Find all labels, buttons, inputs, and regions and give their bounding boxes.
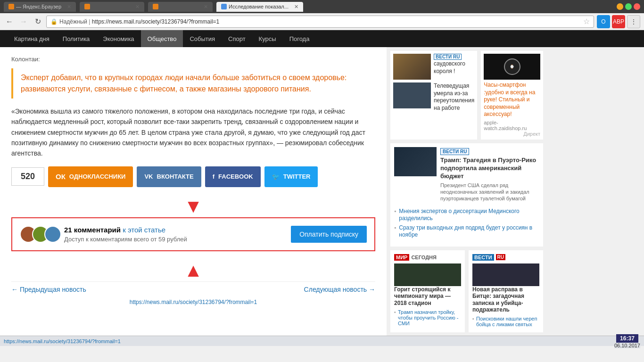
toolbar-icons: O ABP ⋮ — [597, 15, 640, 28]
comment-link[interactable]: к этой статье — [123, 226, 165, 234]
sidebar-ads-top: ВЕСТИ RU саудовского короля ! Телеведуща… — [390, 51, 543, 140]
sidebar-main-news: ВЕСТИ RU Трамп: Трагедия в Пуэрто-Рико п… — [390, 143, 543, 247]
col-img-stadium — [394, 263, 461, 286]
pagination: ← Предыдущая новость Следующая новость → — [11, 281, 375, 297]
address-box[interactable]: 🔒 Надёжный | https://news.mail.ru/societ… — [46, 16, 594, 28]
arrow-up-container: ▲ — [11, 259, 375, 281]
pay-subscription-button[interactable]: Оплатить подписку — [291, 226, 367, 243]
browser-tab-4[interactable]: Исследование показал... ✕ — [216, 2, 303, 12]
ok-share-button[interactable]: ОК ОДНОКЛАССНИКИ — [48, 166, 133, 187]
sidebar-grid: МИР СЕГОДНЯ Горит строящийся к чемпионат… — [390, 250, 543, 333]
vk-share-button[interactable]: VK ВКОНТАКТЕ — [137, 166, 201, 187]
col-header-vesti: ВЕСТИ RU — [472, 254, 539, 261]
browser-tab-3[interactable]: ✕ — [148, 2, 213, 12]
more-icon[interactable]: ⋮ — [627, 15, 640, 28]
forward-button[interactable]: → — [18, 16, 29, 27]
extensions-icon[interactable]: O — [597, 15, 610, 28]
title-bar: — Яндекс.Браузер ✕ ✕ ✕ Исследование пока… — [0, 0, 644, 13]
col-link-skull[interactable]: Поисковики нашли череп бойца с ликами св… — [472, 316, 539, 327]
close-button[interactable] — [634, 3, 640, 10]
col-header-mir: МИР СЕГОДНЯ — [394, 254, 461, 261]
tab-label-4: Исследование показал... — [229, 4, 289, 9]
lock-icon: 🔒 — [50, 18, 58, 25]
browser-tab-2[interactable]: ✕ — [80, 2, 144, 12]
menu-icon[interactable]: ABP — [612, 15, 625, 28]
comment-count: 21 комментарий — [64, 226, 121, 234]
vk-icon: VK — [144, 173, 153, 180]
tab-close-1[interactable]: ✕ — [67, 4, 71, 10]
tw-label: TWITTER — [283, 173, 311, 180]
news-img-trump — [394, 147, 437, 176]
sidebar-ad-watch: ⌚ Часы-смартфон :удобно и всегда на руке… — [481, 51, 543, 140]
watch-image: ⌚ — [484, 54, 540, 80]
fb-label: FACEBOOK — [218, 173, 253, 180]
minimize-button[interactable] — [617, 3, 623, 10]
col-link-trump-russia[interactable]: Трамп назначил тройку, чтобы проучить Ро… — [394, 309, 461, 326]
fb-icon: f — [213, 173, 215, 180]
status-bar: https://news.mail.ru/society/31236794/?f… — [0, 336, 644, 346]
news-desc-trump: Президент США сделал ряд неоднозначных з… — [440, 182, 539, 202]
col-item-bitza: Новая расправа в Битце: загадочная запис… — [472, 263, 539, 313]
url-bar-bottom: https://news.mail.ru/society/31236794/?f… — [11, 297, 375, 307]
news-link-2[interactable]: Сразу три выходных дня подряд будет у ро… — [394, 224, 539, 239]
tab-favicon-1 — [8, 4, 14, 9]
ru-badge: RU — [496, 254, 505, 260]
ad-source-vesti: ВЕСТИ RU — [434, 54, 474, 59]
news-item-trump: ВЕСТИ RU Трамп: Трагедия в Пуэрто-Рико п… — [394, 147, 539, 202]
avatar-3 — [44, 226, 61, 243]
watch-circle: ⌚ — [504, 58, 520, 75]
address-url: https://news.mail.ru/society/31236794/?f… — [92, 18, 219, 25]
ad-text-saudi: ВЕСТИ RU саудовского короля ! — [434, 54, 474, 75]
browser-tab-1[interactable]: — Яндекс.Браузер ✕ — [4, 2, 76, 12]
col-title-stadium: Горит строящийся к чемпионату мира — 201… — [394, 286, 461, 306]
nav-item-obshchestvo[interactable]: Общество — [141, 30, 183, 47]
avatar-stack — [20, 226, 57, 243]
ad-image-tv — [393, 82, 431, 108]
article-heading-cut: Колонтаи: — [11, 55, 375, 65]
today-label: СЕГОДНЯ — [411, 255, 436, 260]
fb-share-button[interactable]: f FACEBOOK — [205, 166, 261, 187]
tab-close-2[interactable]: ✕ — [135, 4, 140, 10]
comment-subtitle: Доступ к комментариям всего от 59 рублей — [64, 236, 283, 243]
nav-item-sobytiya[interactable]: События — [183, 30, 222, 47]
comments-section: 21 комментарий к этой статье Доступ к ко… — [11, 217, 375, 251]
ad-tv-row: Телеведущая умерла из-за переутомления н… — [393, 82, 474, 112]
nav-item-ekonomika[interactable]: Экономика — [96, 30, 140, 47]
tab-favicon-4 — [221, 4, 227, 9]
tab-close-3[interactable]: ✕ — [204, 4, 208, 10]
vesti-badge: ВЕСТИ RU — [434, 54, 462, 60]
back-button[interactable]: ← — [4, 16, 15, 27]
tw-share-button[interactable]: 🐦 TWITTER — [264, 166, 318, 187]
status-date: 06.10.2017 — [614, 343, 640, 348]
comment-info: 21 комментарий к этой статье Доступ к ко… — [64, 226, 283, 243]
bottom-url[interactable]: https://news.mail.ru/society/31236794/?f… — [130, 299, 257, 305]
next-link[interactable]: Следующая новость → — [304, 286, 375, 293]
col-item-stadium: Горит строящийся к чемпионату мира — 201… — [394, 263, 461, 306]
tab-close-4[interactable]: ✕ — [294, 4, 298, 10]
maximize-button[interactable] — [625, 3, 632, 10]
reload-button[interactable]: ↻ — [32, 16, 43, 27]
prev-link[interactable]: ← Предыдущая новость — [11, 286, 86, 293]
window-controls — [617, 3, 640, 10]
news-link-1[interactable]: Мнения экспертов о диссертации Мединског… — [394, 208, 539, 222]
watch-face: ⌚ — [510, 65, 514, 69]
direkt-label: Директ — [484, 131, 540, 137]
nav-item-politika[interactable]: Политика — [56, 30, 97, 47]
tab-favicon-2 — [84, 4, 90, 9]
ad-title-tv: Телеведущая умерла из-за переутомления н… — [434, 82, 474, 112]
col-title-bitza: Новая расправа в Битце: загадочная запис… — [472, 286, 539, 313]
sidebar-col-left: МИР СЕГОДНЯ Горит строящийся к чемпионат… — [390, 250, 465, 333]
tab-label-1: — Яндекс.Браузер — [16, 4, 61, 9]
tab-favicon-3 — [153, 4, 158, 9]
nav-item-kursy[interactable]: Курсы — [252, 30, 283, 47]
secure-label: Надёжный — [59, 18, 87, 25]
status-url: https://news.mail.ru/society/31236794/?f… — [4, 338, 121, 344]
tw-icon: 🐦 — [272, 173, 280, 180]
nav-item-kartina[interactable]: Картина дня — [8, 30, 56, 47]
watch-ad-link: apple-watch.zaidishop.ru — [484, 120, 540, 131]
bookmark-icon[interactable]: ☆ — [583, 17, 590, 26]
ok-label: ОДНОКЛАССНИКИ — [69, 173, 126, 180]
nav-item-pogoda[interactable]: Погода — [283, 30, 316, 47]
share-count: 520 — [11, 167, 44, 186]
nav-item-sport[interactable]: Спорт — [222, 30, 252, 47]
